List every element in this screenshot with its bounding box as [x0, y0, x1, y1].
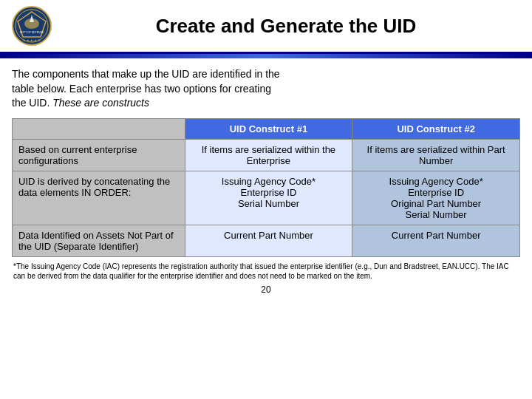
page-header: ★ ★ ★ ★ ★ DEPT OF DEFENSE Create and Gen…	[0, 0, 532, 54]
intro-paragraph: The components that make up the UID are …	[12, 67, 520, 111]
page-number: 20	[12, 284, 520, 295]
intro-line2: table below. Each enterprise has two opt…	[12, 83, 271, 95]
intro-line3: the UID.	[12, 97, 50, 109]
footnote-text: *The Issuing Agency Code (IAC) represent…	[12, 262, 520, 282]
row1-col2: If items are serialized within Part Numb…	[352, 139, 520, 171]
row3-col1: Current Part Number	[185, 225, 352, 256]
table-header-row: UID Construct #1 UID Construct #2	[13, 118, 520, 139]
table-row: Based on current enterprise configuratio…	[13, 139, 520, 171]
empty-header	[13, 118, 185, 139]
uid-table: UID Construct #1 UID Construct #2 Based …	[12, 118, 520, 257]
table-row: Data Identified on Assets Not Part of th…	[13, 225, 520, 256]
row1-col1: If items are serialized within the Enter…	[185, 139, 352, 171]
blue-divider	[0, 54, 532, 58]
row1-label: Based on current enterprise configuratio…	[13, 139, 185, 171]
intro-italic: These are constructs	[52, 97, 149, 109]
svg-text:DEPT OF DEFENSE: DEPT OF DEFENSE	[20, 31, 44, 34]
row2-label: UID is derived by concatenating the data…	[13, 171, 185, 225]
page-title: Create and Generate the UID	[52, 15, 520, 38]
row2-col2: Issuing Agency Code*Enterprise IDOrigina…	[352, 171, 520, 225]
main-content: The components that make up the UID are …	[0, 60, 532, 299]
intro-line1: The components that make up the UID are …	[12, 68, 280, 80]
dod-seal-icon: ★ ★ ★ ★ ★ DEPT OF DEFENSE	[12, 6, 52, 46]
svg-text:★ ★ ★ ★ ★: ★ ★ ★ ★ ★	[23, 38, 41, 42]
row3-label: Data Identified on Assets Not Part of th…	[13, 225, 185, 256]
row2-col1: Issuing Agency Code*Enterprise IDSerial …	[185, 171, 352, 225]
col1-header: UID Construct #1	[185, 118, 352, 139]
table-row: UID is derived by concatenating the data…	[13, 171, 520, 225]
row3-col2: Current Part Number	[352, 225, 520, 256]
col2-header: UID Construct #2	[352, 118, 520, 139]
